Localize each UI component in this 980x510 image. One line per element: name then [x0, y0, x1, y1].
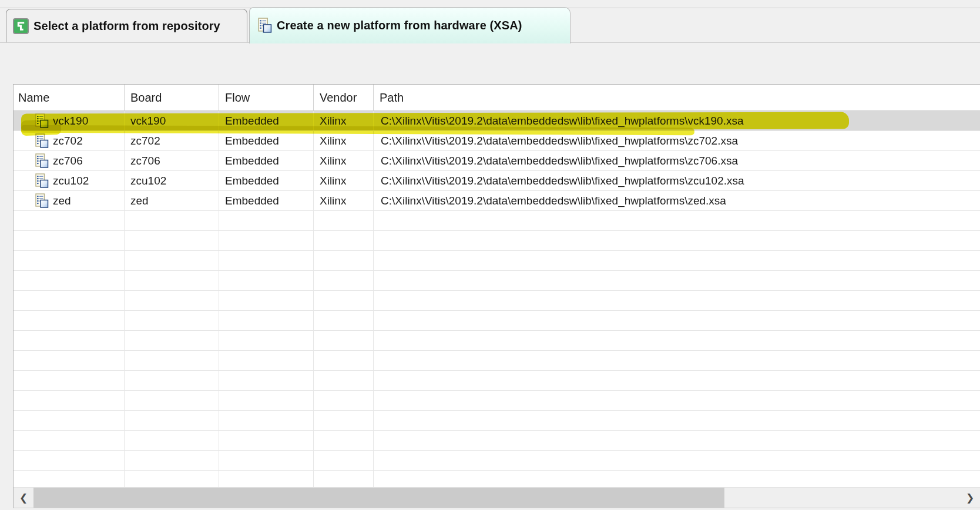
platform-xsa-icon — [33, 113, 49, 129]
cell-board — [125, 331, 219, 350]
cell-name — [14, 431, 125, 450]
table-row — [14, 371, 980, 391]
scrollbar-track[interactable] — [724, 488, 960, 508]
column-header-path[interactable]: Path — [374, 85, 980, 110]
tab-select-platform-from-repository[interactable]: Select a platform from repository — [6, 9, 247, 42]
table-row — [14, 211, 980, 231]
cell-flow: Embedded — [219, 171, 314, 190]
cell-vendor — [314, 351, 374, 370]
column-header-flow[interactable]: Flow — [219, 85, 314, 110]
table-row — [14, 291, 980, 311]
table-row — [14, 451, 980, 471]
toolbar — [0, 43, 980, 83]
cell-flow — [219, 431, 314, 450]
cell-path: C:\Xilinx\Vitis\2019.2\data\embeddedsw\l… — [374, 111, 980, 130]
cell-path — [374, 391, 980, 410]
cell-vendor — [314, 231, 374, 250]
table-row[interactable]: zc702 zc702 Embedded Xilinx C:\Xilinx\Vi… — [14, 131, 980, 151]
table-body: vck190 vck190 Embedded Xilinx C:\Xilinx\… — [14, 111, 980, 508]
table-row[interactable]: zc706 zc706 Embedded Xilinx C:\Xilinx\Vi… — [14, 151, 980, 171]
cell-flow: Embedded — [219, 131, 314, 150]
cell-flow — [219, 251, 314, 270]
cell-path: C:\Xilinx\Vitis\2019.2\data\embeddedsw\l… — [374, 171, 980, 190]
cell-board — [125, 371, 219, 390]
tab-create-platform-from-xsa[interactable]: Create a new platform from hardware (XSA… — [249, 7, 570, 43]
column-header-board[interactable]: Board — [125, 85, 219, 110]
cell-board: zed — [125, 191, 219, 210]
table-row[interactable]: zed zed Embedded Xilinx C:\Xilinx\Vitis\… — [14, 191, 980, 211]
cell-vendor — [314, 271, 374, 290]
cell-path — [374, 451, 980, 470]
cell-flow: Embedded — [219, 111, 314, 130]
cell-board — [125, 411, 219, 430]
table-row — [14, 271, 980, 291]
cell-vendor: Xilinx — [314, 111, 374, 130]
cell-board — [125, 391, 219, 410]
cell-vendor — [314, 291, 374, 310]
cell-board — [125, 211, 219, 230]
platform-xsa-icon — [33, 153, 49, 169]
cell-board: vck190 — [125, 111, 219, 130]
chevron-left-icon: ❮ — [19, 492, 28, 504]
cell-flow — [219, 331, 314, 350]
cell-name — [14, 251, 125, 270]
cell-name — [14, 451, 125, 470]
cell-vendor: Xilinx — [314, 191, 374, 210]
cell-flow — [219, 291, 314, 310]
table-row — [14, 391, 980, 411]
cell-board — [125, 311, 219, 330]
cell-path: C:\Xilinx\Vitis\2019.2\data\embeddedsw\l… — [374, 151, 980, 170]
cell-flow: Embedded — [219, 151, 314, 170]
scroll-right-button[interactable]: ❯ — [960, 488, 980, 508]
platforms-table: Name Board Flow Vendor Path vck190 vck19… — [13, 84, 980, 508]
cell-name — [14, 231, 125, 250]
cell-path — [374, 371, 980, 390]
cell-name — [14, 371, 125, 390]
cell-vendor — [314, 331, 374, 350]
cell-name: vck190 — [14, 111, 125, 130]
cell-name — [14, 211, 125, 230]
platform-xsa-icon — [33, 133, 49, 149]
platform-xsa-icon — [33, 193, 49, 209]
platform-selection-dialog: Select a platform from repository Create… — [0, 0, 980, 510]
cell-vendor — [314, 251, 374, 270]
cell-name — [14, 271, 125, 290]
cell-name — [14, 331, 125, 350]
column-header-name[interactable]: Name — [14, 85, 125, 110]
cell-flow — [219, 451, 314, 470]
cell-board — [125, 231, 219, 250]
scroll-left-button[interactable]: ❮ — [14, 488, 33, 508]
cell-vendor — [314, 391, 374, 410]
cell-path — [374, 351, 980, 370]
cell-vendor: Xilinx — [314, 131, 374, 150]
cell-name: zed — [14, 191, 125, 210]
scrollbar-thumb[interactable] — [33, 488, 724, 508]
cell-name: zc706 — [14, 151, 125, 170]
cell-board — [125, 271, 219, 290]
cell-name — [14, 311, 125, 330]
cell-board — [125, 251, 219, 270]
table-row[interactable]: vck190 vck190 Embedded Xilinx C:\Xilinx\… — [14, 111, 980, 131]
cell-board — [125, 451, 219, 470]
table-row — [14, 351, 980, 371]
column-header-vendor[interactable]: Vendor — [314, 85, 374, 110]
table-row — [14, 251, 980, 271]
platform-repository-icon — [13, 18, 29, 34]
table-row — [14, 231, 980, 251]
cell-board: zcu102 — [125, 171, 219, 190]
platform-xsa-icon — [33, 173, 49, 189]
cell-name — [14, 291, 125, 310]
cell-name: zcu102 — [14, 171, 125, 190]
table-header-row: Name Board Flow Vendor Path — [14, 85, 980, 111]
cell-path — [374, 431, 980, 450]
cell-flow — [219, 391, 314, 410]
tab-label: Create a new platform from hardware (XSA… — [277, 19, 522, 32]
cell-board — [125, 431, 219, 450]
table-row — [14, 331, 980, 351]
cell-vendor — [314, 211, 374, 230]
table-row[interactable]: zcu102 zcu102 Embedded Xilinx C:\Xilinx\… — [14, 171, 980, 191]
cell-path — [374, 331, 980, 350]
cell-flow — [219, 211, 314, 230]
chevron-right-icon: ❯ — [966, 492, 974, 504]
cell-path — [374, 411, 980, 430]
